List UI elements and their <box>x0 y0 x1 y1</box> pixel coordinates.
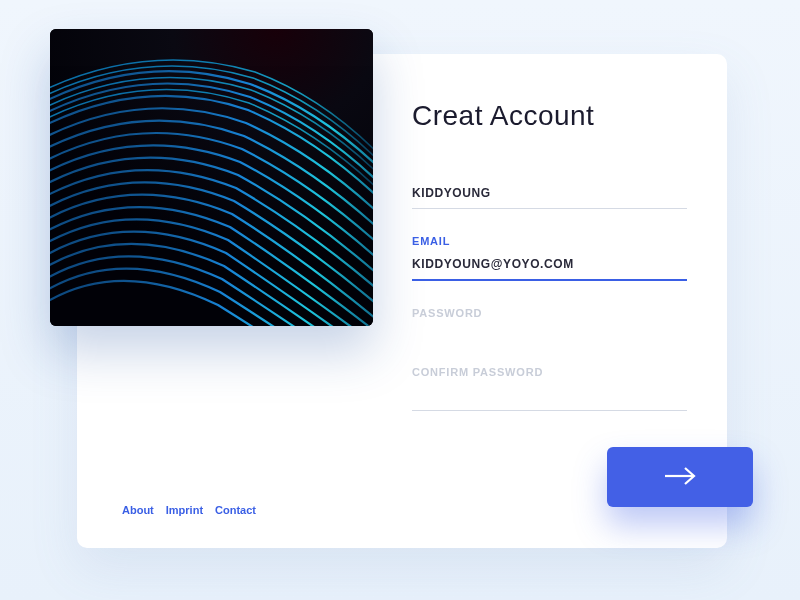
imprint-link[interactable]: Imprint <box>166 504 203 516</box>
footer-links: About Imprint Contact <box>122 504 256 516</box>
contact-link[interactable]: Contact <box>215 504 256 516</box>
about-link[interactable]: About <box>122 504 154 516</box>
name-input[interactable] <box>412 182 687 209</box>
password-label: PASSWORD <box>412 307 687 319</box>
page-title: Creat Account <box>412 100 687 132</box>
email-input[interactable] <box>412 253 687 281</box>
password-field-group: PASSWORD <box>412 307 687 344</box>
submit-button[interactable] <box>607 447 753 507</box>
signup-form: Creat Account EMAIL PASSWORD CONFIRM PAS… <box>412 100 687 437</box>
confirm-password-input[interactable] <box>412 384 687 411</box>
name-field-group <box>412 182 687 209</box>
hero-image <box>50 29 373 326</box>
email-label: EMAIL <box>412 235 687 247</box>
confirm-password-field-group: CONFIRM PASSWORD <box>412 366 687 411</box>
confirm-password-label: CONFIRM PASSWORD <box>412 366 687 378</box>
password-input[interactable] <box>412 325 687 343</box>
arrow-right-icon <box>662 464 698 491</box>
email-field-group: EMAIL <box>412 235 687 281</box>
